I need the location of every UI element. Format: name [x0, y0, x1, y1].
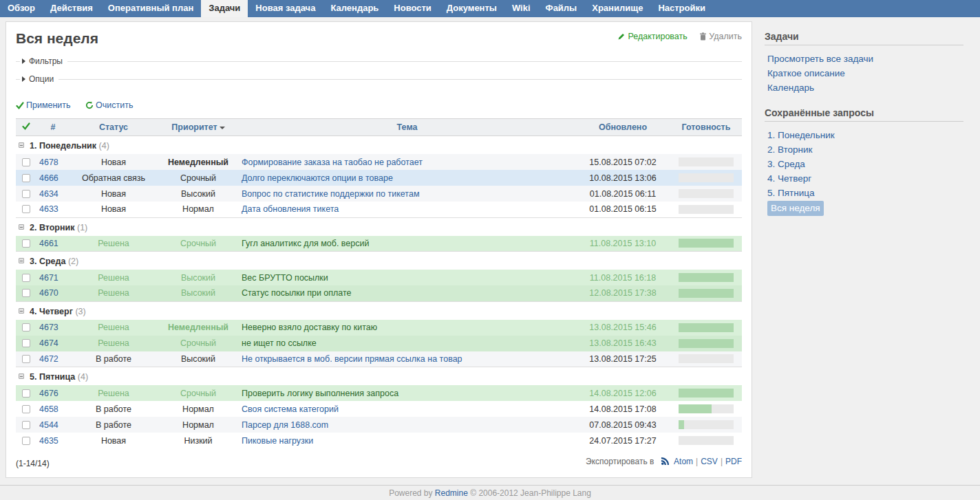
issue-id-link[interactable]: 4634 [39, 189, 58, 199]
row-checkbox[interactable] [22, 323, 30, 331]
row-checkbox[interactable] [22, 174, 30, 182]
saved-query-link[interactable]: 5. Пятница [767, 186, 814, 200]
edit-button[interactable]: Редактировать [617, 32, 687, 41]
nav-item-документы[interactable]: Документы [439, 0, 504, 17]
column-header-status[interactable]: Статус [70, 119, 158, 136]
sidebar-link[interactable]: Просмотреть все задачи [767, 52, 873, 66]
issue-id-link[interactable]: 4671 [39, 273, 58, 283]
nav-item-действия[interactable]: Действия [43, 0, 100, 17]
row-checkbox[interactable] [22, 389, 30, 398]
issue-subject-link[interactable]: Гугл аналитикс для моб. версий [242, 239, 369, 248]
nav-item-оперативный-план[interactable]: Оперативный план [100, 0, 201, 17]
clear-button[interactable]: Очистить [85, 100, 133, 110]
nav-item-задачи[interactable]: Задачи [201, 0, 248, 17]
issue-id-link[interactable]: 4670 [39, 288, 58, 298]
nav-item-файлы[interactable]: Файлы [538, 0, 585, 17]
issue-id-link[interactable]: 4658 [39, 404, 58, 414]
issue-row[interactable]: 4678НоваяНемедленныйФормирование заказа … [16, 154, 742, 170]
row-checkbox[interactable] [22, 205, 30, 213]
row-checkbox[interactable] [22, 421, 30, 429]
row-checkbox[interactable] [22, 190, 30, 198]
row-checkbox[interactable] [22, 158, 30, 166]
issue-subject-link[interactable]: Парсер для 1688.com [242, 420, 328, 430]
collapse-group-icon[interactable] [19, 224, 24, 230]
saved-query-link-current[interactable]: Вся неделя [767, 201, 824, 216]
issue-id-link[interactable]: 4673 [39, 323, 58, 332]
issue-row[interactable]: 4661РешенаСрочныйГугл аналитикс для моб.… [16, 236, 742, 252]
issue-id-link[interactable]: 4661 [39, 239, 58, 248]
issue-subject-link[interactable]: Своя система категорий [242, 404, 339, 414]
row-checkbox[interactable] [22, 405, 30, 413]
saved-query-link[interactable]: 1. Понедельник [767, 129, 835, 142]
options-toggle[interactable]: Опции [20, 74, 58, 84]
issue-row[interactable]: 4544В работеНормалПарсер для 1688.com07.… [16, 417, 742, 433]
nav-item-новости[interactable]: Новости [386, 0, 439, 17]
issue-row[interactable]: 4666Обратная связьСрочныйДолго переключа… [16, 170, 742, 186]
issue-row[interactable]: 4658В работеНормалСвоя система категорий… [16, 401, 742, 417]
apply-button[interactable]: Применить [16, 100, 71, 110]
column-header-done[interactable]: Готовность [670, 119, 742, 136]
issue-row[interactable]: 4633НоваяНормалДата обновления тикета01.… [16, 202, 742, 217]
issue-row[interactable]: 4674РешенаСрочныйне ищет по ссылке13.08.… [16, 336, 742, 351]
row-checkbox[interactable] [22, 437, 30, 445]
issue-id-link[interactable]: 4678 [39, 157, 58, 167]
issue-subject-link[interactable]: Вопрос по статистике поддержки по тикета… [242, 189, 420, 199]
column-header-id[interactable]: # [36, 119, 70, 136]
column-header-updated[interactable]: Обновлено [575, 119, 670, 136]
issue-id-link[interactable]: 4635 [39, 436, 58, 446]
saved-query-link[interactable]: 4. Четверг [767, 172, 811, 186]
issue-subject-link[interactable]: Проверить логику выполнения запроса [242, 389, 398, 398]
filters-toggle[interactable]: Фильтры [20, 56, 67, 66]
row-checkbox[interactable] [22, 239, 30, 248]
nav-item-wiki[interactable]: Wiki [504, 0, 538, 17]
issue-row[interactable]: 4670РешенаВысокийСтатус посылки при опла… [16, 285, 742, 301]
issue-subject-link[interactable]: Дата обновления тикета [242, 204, 339, 214]
issue-row[interactable]: 4676РешенаСрочныйПроверить логику выполн… [16, 385, 742, 401]
issue-row[interactable]: 4634НоваяВысокийВопрос по статистике под… [16, 186, 742, 202]
issue-id-link[interactable]: 4676 [39, 389, 58, 398]
issue-subject-link[interactable]: Статус посылки при оплате [242, 288, 352, 298]
redmine-link[interactable]: Redmine [435, 488, 468, 498]
issue-subject-link[interactable]: Вес БРУТТО посылки [242, 273, 328, 283]
collapse-group-icon[interactable] [19, 258, 24, 263]
issue-id-link[interactable]: 4544 [39, 420, 58, 430]
issue-row[interactable]: 4672В работеВысокийНе открывается в моб.… [16, 351, 742, 367]
issue-subject-link[interactable]: Не открывается в моб. версии прямая ссыл… [242, 354, 462, 364]
collapse-group-icon[interactable] [19, 308, 24, 314]
nav-item-настройки[interactable]: Настройки [650, 0, 713, 17]
issue-id-link[interactable]: 4633 [39, 204, 58, 214]
export-pdf-link[interactable]: PDF [725, 457, 742, 466]
issue-row[interactable]: 4673РешенаНемедленныйНеверно взяло доста… [16, 320, 742, 336]
saved-query-link[interactable]: 2. Вторник [767, 143, 813, 157]
nav-item-новая-задача[interactable]: Новая задача [248, 0, 323, 17]
issue-id-link[interactable]: 4674 [39, 338, 58, 348]
export-csv-link[interactable]: CSV [701, 457, 718, 466]
nav-item-обзор[interactable]: Обзор [0, 0, 43, 17]
select-all-header[interactable] [16, 119, 36, 136]
export-atom-link[interactable]: Atom [674, 457, 693, 466]
sidebar-link[interactable]: Календарь [767, 81, 814, 95]
issue-subject-link[interactable]: не ищет по ссылке [242, 338, 317, 348]
row-checkbox[interactable] [22, 355, 30, 363]
issue-updated: 24.07.2015 17:27 [575, 433, 670, 448]
row-checkbox[interactable] [22, 289, 30, 297]
issue-subject-link[interactable]: Долго переключаются опции в товаре [242, 173, 393, 183]
row-checkbox[interactable] [22, 274, 30, 282]
saved-query-link[interactable]: 3. Среда [767, 157, 805, 171]
issue-row[interactable]: 4635НоваяНизкийПиковые нагрузки24.07.201… [16, 433, 742, 448]
row-checkbox[interactable] [22, 339, 30, 347]
collapse-group-icon[interactable] [19, 373, 24, 379]
collapse-group-icon[interactable] [19, 142, 24, 148]
issue-row[interactable]: 4671РешенаВысокийВес БРУТТО посылки11.08… [16, 270, 742, 285]
issue-subject-link[interactable]: Формирование заказа на таобао не работае… [242, 157, 423, 167]
nav-item-календарь[interactable]: Календарь [323, 0, 386, 17]
issue-id-link[interactable]: 4672 [39, 354, 58, 364]
issue-subject-link[interactable]: Неверно взяло доставку по китаю [242, 323, 377, 332]
sidebar-link[interactable]: Краткое описание [767, 67, 845, 80]
issue-id-link[interactable]: 4666 [39, 173, 58, 183]
column-header-priority[interactable]: Приоритет [158, 119, 239, 136]
column-header-subject[interactable]: Тема [239, 119, 575, 136]
delete-button[interactable]: Удалить [699, 32, 742, 41]
nav-item-хранилище[interactable]: Хранилище [584, 0, 650, 17]
issue-subject-link[interactable]: Пиковые нагрузки [242, 436, 313, 446]
